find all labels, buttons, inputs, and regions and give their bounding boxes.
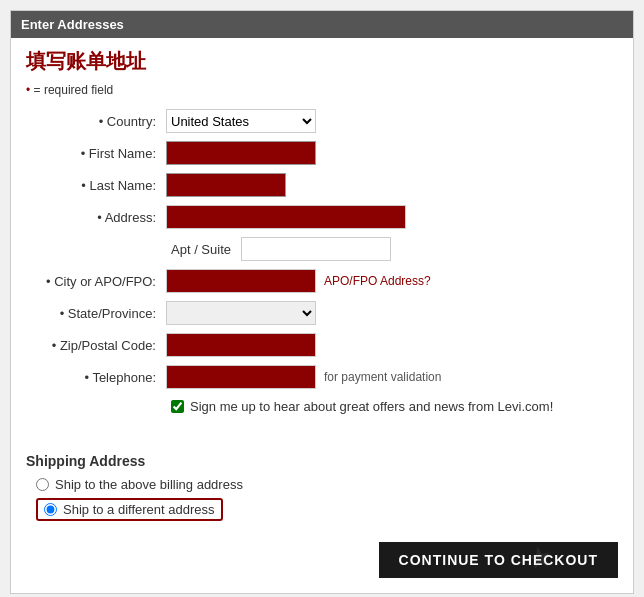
- shipping-radio-billing-row: Ship to the above billing address: [36, 477, 618, 492]
- ship-to-billing-radio[interactable]: [36, 478, 49, 491]
- telephone-input[interactable]: [166, 365, 316, 389]
- billing-title: 填写账单地址: [26, 48, 146, 75]
- telephone-note: for payment validation: [324, 370, 441, 384]
- country-row: • Country: United States Canada United K…: [26, 109, 618, 133]
- telephone-row: • Telephone: for payment validation: [26, 365, 618, 389]
- continue-button[interactable]: Continue to Checkout: [379, 542, 618, 578]
- section-header: Enter Addresses: [11, 11, 633, 38]
- signup-row: Sign me up to hear about great offers an…: [171, 399, 618, 414]
- zip-input[interactable]: [166, 333, 316, 357]
- apt-row: Apt / Suite: [166, 237, 618, 261]
- continue-button-area: ★ Continue to Checkout: [11, 527, 633, 593]
- state-row: • State/Province: Alabama Alaska Califor…: [26, 301, 618, 325]
- firstname-input[interactable]: [166, 141, 316, 165]
- zip-label: • Zip/Postal Code:: [26, 338, 166, 353]
- shipping-radio-different-row: Ship to a different address: [36, 498, 618, 521]
- zip-row: • Zip/Postal Code:: [26, 333, 618, 357]
- address-row: • Address:: [26, 205, 618, 229]
- lastname-label: • Last Name:: [26, 178, 166, 193]
- header-title: Enter Addresses: [21, 17, 124, 32]
- required-note: • = • = required fieldrequired field: [26, 83, 618, 97]
- signup-checkbox[interactable]: [171, 400, 184, 413]
- firstname-row: • First Name:: [26, 141, 618, 165]
- signup-label[interactable]: Sign me up to hear about great offers an…: [190, 399, 553, 414]
- ship-to-different-radio[interactable]: [44, 503, 57, 516]
- telephone-label: • Telephone:: [26, 370, 166, 385]
- state-select[interactable]: Alabama Alaska California New York: [166, 301, 316, 325]
- city-label: • City or APO/FPO:: [26, 274, 166, 289]
- country-label: • Country:: [26, 114, 166, 129]
- address-label: • Address:: [26, 210, 166, 225]
- shipping-title: Shipping Address: [26, 453, 618, 469]
- continue-button-label: Continue to Checkout: [399, 552, 598, 568]
- ship-to-billing-label[interactable]: Ship to the above billing address: [55, 477, 243, 492]
- state-label: • State/Province:: [26, 306, 166, 321]
- apt-input[interactable]: [241, 237, 391, 261]
- firstname-label: • First Name:: [26, 146, 166, 161]
- city-input[interactable]: [166, 269, 316, 293]
- ship-to-different-label[interactable]: Ship to a different address: [63, 502, 215, 517]
- country-select[interactable]: United States Canada United Kingdom: [166, 109, 316, 133]
- apt-label: Apt / Suite: [166, 242, 241, 257]
- ship-to-different-box[interactable]: Ship to a different address: [36, 498, 223, 521]
- lastname-row: • Last Name:: [26, 173, 618, 197]
- city-row: • City or APO/FPO: APO/FPO Address?: [26, 269, 618, 293]
- address-input[interactable]: [166, 205, 406, 229]
- apo-link[interactable]: APO/FPO Address?: [324, 274, 431, 288]
- lastname-input[interactable]: [166, 173, 286, 197]
- shipping-section: Shipping Address Ship to the above billi…: [11, 453, 633, 521]
